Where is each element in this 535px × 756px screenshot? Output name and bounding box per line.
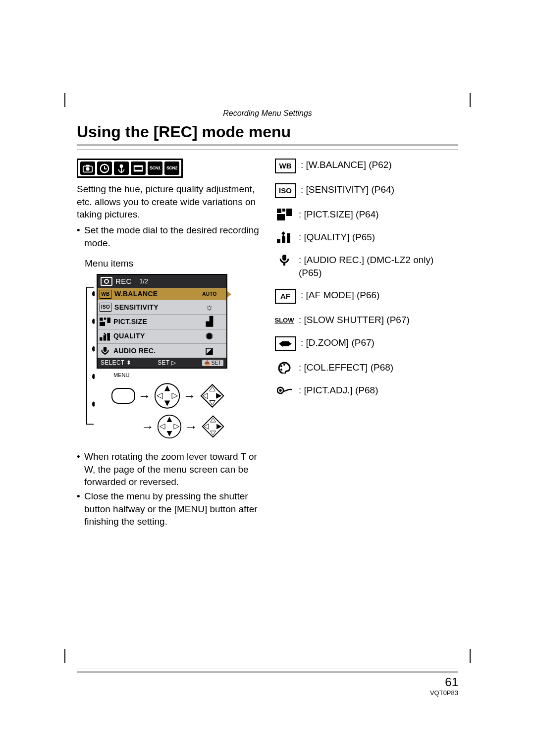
ref-sensitivity: ISO : [SENSITIVITY] (P64) [275,183,458,198]
list-item: Set the mode dial to the desired recordi… [77,224,260,249]
quality-icon [100,332,110,340]
ref-text: [COL.EFFECT] (P68) [304,361,394,373]
ref-text: [AUDIO REC.] (DMC-LZ2 only) (P65) [299,254,433,278]
svg-marker-42 [216,424,222,430]
ref-coleffect: : [COL.EFFECT] (P68) [275,361,458,374]
arrow-right-icon: → [183,387,196,405]
arrow-right-icon: → [138,387,151,405]
pictsize-icon [275,208,294,221]
bulb-icon: ✺ [200,330,219,342]
svg-marker-24 [164,385,170,391]
list-item: When rotating the zoom lever toward T or… [77,450,260,488]
lcd-row-label: PICT.SIZE [113,317,200,326]
svg-rect-2 [86,164,89,166]
cloud-icon: ▟ [200,316,219,327]
mic-icon [100,347,110,355]
lcd-footer-select: SELECT [101,359,124,366]
pictadj-icon [275,384,294,397]
top-bullet-list: Set the mode dial to the desired recordi… [77,224,260,249]
svg-rect-17 [100,322,105,326]
svg-rect-54 [283,341,289,346]
lcd-row-pictsize: PICT.SIZE ▟ [98,314,226,328]
motion-mode-icon [131,162,146,175]
set-chip: 📥 SET [202,360,223,367]
menu-brace [85,287,95,425]
svg-rect-49 [287,233,290,243]
ref-wbalance: WB : [W.BALANCE] (P62) [275,159,458,173]
title-rule [77,144,458,150]
svg-rect-43 [277,209,281,213]
right-column: WB : [W.BALANCE] (P62) ISO : [SENSITIVIT… [275,159,458,531]
wb-icon: WB [275,159,296,173]
ref-quality: : [QUALITY] (P65) [275,231,458,244]
svg-point-13 [92,401,95,406]
lcd-illustration: REC 1/2 WB W.BALANCE AUTO ISO SENSITIVIT… [97,274,225,440]
intro-paragraph: Setting the hue, picture quality adjustm… [77,183,260,221]
lcd-row-sensitivity: ISO SENSITIVITY ☼ [98,300,226,314]
mic-icon [275,254,294,267]
crop-mark [470,649,471,663]
quality-icon [275,231,294,244]
svg-point-12 [92,374,95,379]
menu-items-label: Menu items [85,257,260,270]
lcd-screen: REC 1/2 WB W.BALANCE AUTO ISO SENSITIVIT… [97,274,227,369]
content-columns: SCN1 SCN2 Setting the hue, picture quali… [77,159,458,531]
nav-diagram: MENU → → [111,372,225,440]
lcd-row-label: SENSITIVITY [114,303,200,312]
svg-point-11 [92,346,95,351]
svg-point-9 [92,291,95,296]
svg-rect-22 [105,354,106,355]
section-header: Recording Menu Settings [77,109,458,118]
lcd-header: REC 1/2 [98,275,226,288]
lcd-title: REC [115,276,132,286]
svg-rect-52 [282,255,286,261]
menu-label: MENU [113,372,225,379]
ref-pictadj: : [PICT.ADJ.] (P68) [275,384,458,397]
ref-text: [PICT.ADJ.] (P68) [304,384,378,395]
iso-icon: ISO [275,183,296,198]
lcd-row-value: AUTO [200,291,219,298]
dpad-right-icon [201,413,225,440]
ref-text: [PICT.SIZE] (P64) [304,208,379,219]
crop-mark [64,93,65,107]
lcd-row-label: AUDIO REC. [113,346,200,356]
camera-icon [80,162,95,175]
bottom-bullet-list: When rotating the zoom lever toward T or… [77,450,260,528]
svg-rect-8 [134,169,143,171]
ref-dzoom: : [D.ZOOM] (P67) [275,336,458,351]
svg-marker-32 [216,393,221,399]
crop-mark [64,649,65,663]
ref-text: [AF MODE] (P66) [306,289,380,300]
svg-point-59 [280,369,282,371]
lcd-row-wbalance: WB W.BALANCE AUTO [98,288,226,300]
dzoom-icon [275,336,296,351]
page-number: 61 [77,675,458,689]
arrow-right-icon: → [141,418,154,435]
palette-icon [275,361,294,374]
slow-icon: SLOW [275,314,294,326]
mode-icon-strip: SCN1 SCN2 [77,159,183,178]
highlight-arrow [227,291,231,297]
ref-afmode: AF : [AF MODE] (P66) [275,289,458,304]
svg-marker-55 [279,341,283,347]
svg-marker-26 [157,393,162,399]
svg-rect-47 [277,239,280,243]
svg-marker-50 [281,231,285,235]
svg-rect-48 [282,236,285,243]
svg-point-10 [92,319,95,324]
lcd-row-label: QUALITY [113,331,200,341]
svg-rect-14 [100,318,103,321]
pictsize-icon [100,318,110,325]
left-column: SCN1 SCN2 Setting the hue, picture quali… [77,159,260,531]
svg-marker-35 [167,431,172,436]
svg-point-61 [279,389,281,392]
svg-rect-21 [104,347,107,352]
shade-icon: ◪ [200,345,219,357]
svg-marker-56 [289,342,292,346]
ref-audiorec: : [AUDIO REC.] (DMC-LZ2 only) (P65) [275,254,458,279]
scn2-icon: SCN2 [164,162,179,175]
dpad-updown-icon [154,382,180,410]
macro-mode-icon [114,162,129,175]
manual-page: Recording Menu Settings Using the [REC] … [0,0,535,756]
svg-rect-16 [107,318,110,323]
